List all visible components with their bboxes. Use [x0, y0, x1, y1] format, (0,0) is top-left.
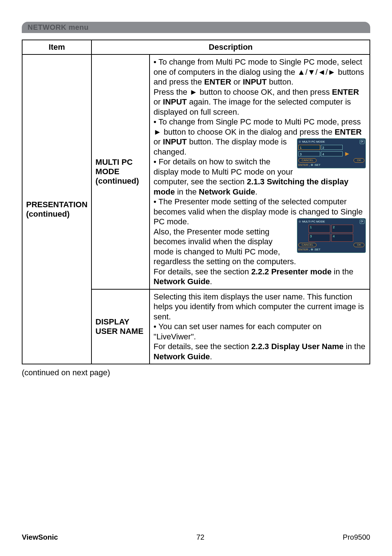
cell-desc-multipcmode: • To change from Multi PC mode to Single…: [150, 54, 370, 289]
dialog-slot-1: 1: [309, 225, 330, 233]
desc-text: • You can set user names for each comput…: [154, 322, 322, 341]
sub-line1: DISPLAY: [95, 317, 129, 326]
desc-text: or: [154, 97, 163, 106]
key-enter: ENTER: [335, 127, 362, 136]
desc-text: Selecting this item displays the user na…: [154, 292, 364, 321]
hint-set: :SET: [314, 248, 320, 251]
section-header: NETWORK menu: [22, 22, 370, 33]
network-menu-table: Item Description PRESENTATION (continued…: [22, 40, 370, 364]
desc-text: .: [210, 352, 212, 361]
dialog-slot-2: 2: [331, 225, 353, 233]
desc-text: For details, see the section: [154, 267, 251, 276]
page-footer: ViewSonic 72 Pro9500: [22, 533, 370, 541]
hint-enter: ENTER: [298, 163, 308, 167]
dialog-arrow-icon: ▶: [343, 151, 351, 157]
sub-line3: (continued): [95, 176, 139, 185]
key-enter: ENTER: [332, 87, 359, 97]
dialog-ok-button: OK: [354, 243, 364, 247]
cell-desc-displayusername: Selecting this item displays the user na…: [150, 289, 370, 364]
desc-text: .: [210, 277, 212, 286]
dialog-slot-3: 3: [309, 234, 330, 242]
ref-section: 2.2.2 Presenter mode: [251, 267, 331, 276]
key-input: INPUT: [163, 137, 187, 146]
ref-section: 2.2.3 Display User Name: [251, 342, 343, 351]
dialog-hint: ENTER , ⊕ :SET: [298, 163, 364, 167]
dialog-cancel-button: CANCEL: [298, 243, 317, 247]
dialog-cancel-button: CANCEL: [298, 158, 317, 163]
dialog-title: ☺ MULTI PC MODE: [298, 140, 325, 144]
dialog-cell-2: 2: [321, 145, 343, 150]
th-item: Item: [22, 40, 91, 54]
arrow-right-icon: ►: [154, 127, 162, 136]
footer-page-number: 72: [196, 533, 204, 541]
dialog-cell-3: 3: [298, 151, 320, 156]
multi-pc-mode-dialog-2: ☺ MULTI PC MODE ⟳ 1 2 3 4 CANCEL OK ENTE…: [297, 218, 366, 253]
dialog-hint: ENTER , ⊕ :SET: [298, 248, 364, 252]
arrow-keys-text: ▲/▼/◄/►: [297, 68, 335, 77]
cell-sub-multipcmode: MULTI PC MODE (continued): [91, 54, 150, 289]
dialog-ok-button: OK: [354, 158, 364, 163]
key-input: INPUT: [243, 77, 267, 86]
continued-note: (continued on next page): [22, 368, 370, 377]
section-header-label: NETWORK menu: [28, 23, 89, 31]
sub-line2: USER NAME: [95, 327, 143, 336]
desc-text: or: [231, 77, 243, 86]
ref-guide: Network Guide: [199, 187, 255, 196]
footer-model: Pro9500: [343, 533, 370, 541]
dialog-quad-grid: 1 2 3 4: [309, 225, 354, 242]
dialog-title-row: ☺ MULTI PC MODE ⟳: [298, 140, 364, 144]
table-row: PRESENTATION (continued) MULTI PC MODE (…: [22, 54, 370, 289]
desc-text: button.: [187, 137, 213, 146]
dialog-grid: 1 2 3 4 ▶: [298, 145, 364, 157]
dialog-buttons: CANCEL OK: [298, 158, 364, 163]
item-line1: PRESENTATION: [26, 200, 87, 209]
key-enter: ENTER: [204, 77, 232, 86]
key-input: INPUT: [163, 97, 187, 106]
desc-text: or: [154, 137, 163, 146]
dialog-close-icon: ⟳: [360, 140, 364, 144]
dialog-cell-1: 1: [298, 145, 320, 150]
cell-item-presentation: PRESENTATION (continued): [22, 54, 91, 364]
hint-enter: ENTER: [298, 248, 308, 251]
sub-line2: MODE: [95, 167, 119, 176]
item-line2: (continued): [26, 209, 70, 218]
desc-text: in the: [175, 187, 199, 196]
hint-set: :SET: [314, 163, 320, 167]
ref-guide: Network Guide: [154, 352, 210, 361]
dialog-title: ☺ MULTI PC MODE: [298, 220, 325, 224]
dialog-slot-4: 4: [331, 234, 353, 242]
th-description: Description: [91, 40, 370, 54]
multi-pc-mode-dialog-1: ☺ MULTI PC MODE ⟳ 1 2 3 4 ▶ CANCEL OK EN…: [297, 138, 366, 168]
desc-text: button to choose OK in the dialog and pr…: [162, 127, 335, 136]
desc-text: in the: [331, 267, 353, 276]
footer-brand: ViewSonic: [22, 533, 58, 541]
dialog-close-icon: ⟳: [360, 220, 364, 224]
dialog-buttons: CANCEL OK: [298, 243, 364, 247]
desc-text: button.: [267, 77, 293, 86]
ref-guide: Network Guide: [154, 277, 210, 286]
arrow-right-icon: ►: [189, 87, 197, 97]
desc-text: Also, the Presenter mode setting becomes…: [154, 227, 296, 266]
desc-text: • To change from Single PC mode to Multi…: [154, 117, 361, 126]
desc-text: For details, see the section: [154, 342, 251, 351]
dialog-title-row: ☺ MULTI PC MODE ⟳: [298, 220, 364, 224]
dialog-cell-4: 4: [321, 151, 343, 156]
table-header-row: Item Description: [22, 40, 370, 54]
cell-sub-displayusername: DISPLAY USER NAME: [91, 289, 150, 364]
desc-text: .: [255, 187, 257, 196]
sub-line1: MULTI PC: [95, 158, 132, 167]
desc-text: Press the: [154, 87, 189, 97]
desc-text: in the: [344, 342, 366, 351]
desc-text: button to choose OK, and then press: [197, 87, 332, 97]
